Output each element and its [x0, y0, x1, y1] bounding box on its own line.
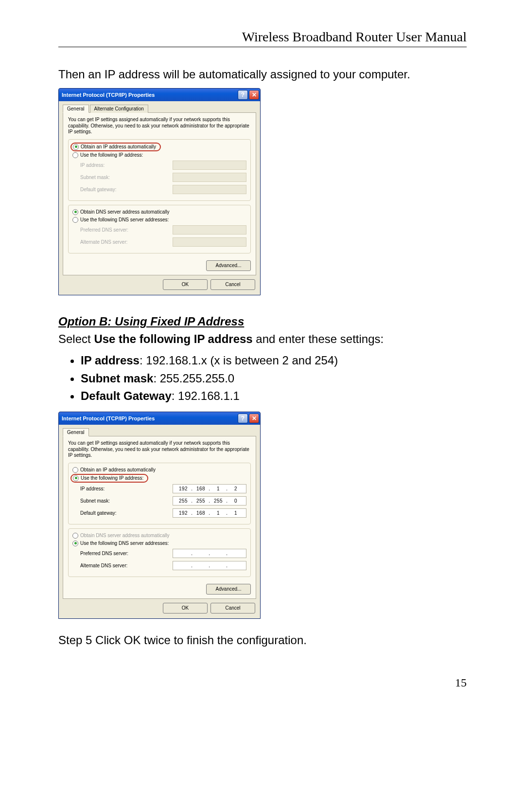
radio-obtain-ip-auto[interactable]: Obtain an IP address automatically — [72, 466, 246, 474]
ip-settings-note: You can get IP settings assigned automat… — [68, 440, 251, 459]
subnet-mask-field — [173, 173, 246, 182]
page-number: 15 — [58, 676, 467, 689]
settings-list: IP address: 192.168.1.x (x is between 2 … — [58, 353, 467, 404]
radio-label: Obtain DNS server address automatically — [80, 209, 169, 215]
radio-label: Use the following DNS server addresses: — [80, 217, 169, 222]
label-alternate-dns: Alternate DNS server: — [80, 239, 127, 245]
step5-text: Step 5 Click OK twice to finish the conf… — [58, 633, 467, 647]
option-b-instructions: Select Use the following IP address and … — [58, 331, 467, 347]
label-ip-address: IP address: — [80, 162, 105, 168]
tcpip-dialog-fixed: Internet Protocol (TCP/IP) Properties ? … — [58, 412, 261, 619]
label-default-gateway: Default gateway: — [80, 187, 117, 192]
radio-icon — [72, 217, 78, 223]
radio-icon — [72, 152, 78, 158]
radio-label: Obtain DNS server address automatically — [80, 533, 169, 538]
tab-general[interactable]: General — [63, 428, 89, 436]
default-gateway-field — [173, 185, 246, 194]
ip-settings-note: You can get IP settings assigned automat… — [68, 117, 251, 135]
help-icon[interactable]: ? — [238, 90, 248, 100]
radio-icon — [72, 209, 78, 215]
radio-label: Use the following DNS server addresses: — [80, 541, 169, 546]
label-ip-address: IP address: — [80, 486, 105, 491]
ok-button[interactable]: OK — [163, 603, 208, 614]
ip-address-field[interactable]: 192. 168. 1. 2 — [173, 484, 246, 493]
tab-general[interactable]: General — [63, 105, 89, 113]
radio-icon — [72, 467, 78, 473]
label-default-gateway: Default gateway: — [80, 510, 117, 516]
intro-text: Then an IP address will be automatically… — [58, 67, 467, 82]
label-alternate-dns: Alternate DNS server: — [80, 563, 127, 568]
preferred-dns-field[interactable]: . . . — [173, 549, 246, 558]
radio-icon — [73, 144, 79, 150]
alternate-dns-field — [173, 237, 246, 247]
radio-label: Obtain an IP address automatically — [80, 467, 156, 472]
list-item: Subnet mask: 255.255.255.0 — [81, 371, 467, 386]
dialog-title: Internet Protocol (TCP/IP) Properties — [62, 92, 155, 98]
alternate-dns-field[interactable]: . . . — [173, 561, 246, 570]
radio-use-following-ip[interactable]: Use the following IP address: — [72, 151, 246, 159]
tab-alternate-configuration[interactable]: Alternate Configuration — [90, 105, 148, 113]
cancel-button[interactable]: Cancel — [210, 279, 255, 290]
radio-label: Obtain an IP address automatically — [81, 144, 156, 149]
radio-label: Use the following IP address: — [81, 475, 143, 481]
label-preferred-dns: Preferred DNS server: — [80, 551, 128, 556]
option-b-heading: Option B: Using Fixed IP Address — [58, 315, 467, 328]
ip-address-field — [173, 161, 246, 170]
label-preferred-dns: Preferred DNS server: — [80, 227, 128, 233]
close-icon[interactable]: ✕ — [249, 414, 259, 423]
ok-button[interactable]: OK — [163, 279, 208, 290]
list-item: IP address: 192.168.1.x (x is between 2 … — [81, 353, 467, 368]
radio-obtain-ip-auto[interactable]: Obtain an IP address automatically — [70, 143, 161, 151]
label-subnet-mask: Subnet mask: — [80, 175, 110, 180]
radio-obtain-dns-auto: Obtain DNS server address automatically — [72, 532, 246, 540]
radio-label: Use the following IP address: — [80, 152, 143, 158]
dialog-title: Internet Protocol (TCP/IP) Properties — [62, 415, 155, 421]
preferred-dns-field — [173, 225, 246, 235]
radio-use-following-dns[interactable]: Use the following DNS server addresses: — [72, 216, 246, 224]
advanced-button[interactable]: Advanced... — [206, 584, 251, 595]
list-item: Default Gateway: 192.168.1.1 — [81, 388, 467, 404]
help-icon[interactable]: ? — [238, 414, 248, 423]
radio-icon — [72, 533, 78, 539]
advanced-button[interactable]: Advanced... — [206, 260, 251, 271]
default-gateway-field[interactable]: 192. 168. 1. 1 — [173, 508, 246, 518]
cancel-button[interactable]: Cancel — [210, 603, 255, 614]
radio-icon — [72, 541, 78, 546]
label-subnet-mask: Subnet mask: — [80, 498, 110, 504]
page-header: Wireless Broadband Router User Manual — [58, 29, 467, 47]
radio-icon — [73, 475, 79, 481]
close-icon[interactable]: ✕ — [249, 90, 259, 100]
tcpip-dialog-auto: Internet Protocol (TCP/IP) Properties ? … — [58, 88, 261, 295]
subnet-mask-field[interactable]: 255. 255. 255. 0 — [173, 496, 246, 505]
radio-obtain-dns-auto[interactable]: Obtain DNS server address automatically — [72, 208, 246, 216]
radio-use-following-dns[interactable]: Use the following DNS server addresses: — [72, 540, 246, 547]
radio-use-following-ip[interactable]: Use the following IP address: — [70, 474, 148, 483]
